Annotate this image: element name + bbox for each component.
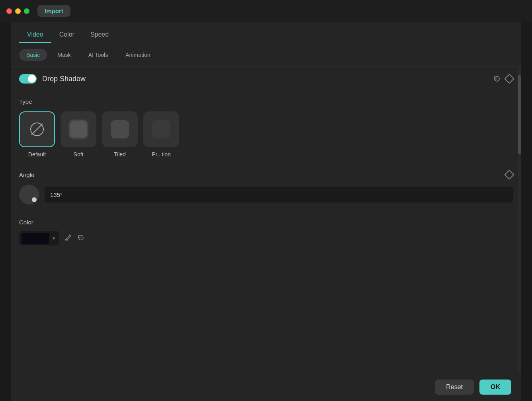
angle-knob-dot — [32, 197, 37, 202]
color-section: Color ▾ — [19, 211, 513, 253]
type-option-projection-label: Pr...tion — [152, 151, 170, 158]
angle-keyframe-icon[interactable] — [506, 171, 513, 178]
titlebar: Import — [0, 0, 532, 22]
color-row: ▾ — [19, 231, 513, 245]
type-option-projection[interactable]: Pr...tion — [143, 111, 179, 158]
chevron-down-icon: ▾ — [53, 236, 55, 241]
angle-row: 135° — [19, 185, 513, 204]
type-option-tiled[interactable]: Tiled — [102, 111, 138, 158]
color-swatch-container[interactable]: ▾ — [19, 231, 59, 245]
drop-shadow-keyframe-icon[interactable] — [506, 75, 513, 82]
drop-shadow-header-icons — [493, 75, 513, 83]
toggle-knob — [28, 75, 36, 83]
svg-line-1 — [31, 124, 43, 135]
angle-value: 135° — [50, 191, 63, 198]
type-option-soft[interactable]: Soft — [61, 111, 96, 158]
bottom-bar: Reset OK — [11, 373, 521, 401]
type-section: Type Default — [19, 90, 513, 162]
tiled-square — [111, 120, 129, 138]
type-option-default-label: Default — [28, 151, 46, 158]
sub-tabs: Basic Mask AI Tools Animation — [11, 43, 521, 67]
angle-diamond-icon — [504, 169, 514, 179]
import-button[interactable]: Import — [37, 5, 70, 17]
scrollbar-thumb[interactable] — [518, 75, 521, 154]
soft-square — [69, 120, 88, 138]
proj-square — [152, 120, 170, 138]
color-label: Color — [19, 219, 513, 226]
tab-color[interactable]: Color — [51, 27, 82, 43]
type-label: Type — [19, 98, 513, 105]
type-icon-tiled — [102, 111, 138, 147]
color-reset-icon[interactable] — [77, 234, 84, 243]
ok-button[interactable]: OK — [479, 380, 511, 395]
tab-video[interactable]: Video — [19, 27, 51, 43]
subtab-ai-tools[interactable]: AI Tools — [81, 49, 115, 61]
type-icon-projection — [143, 111, 179, 147]
drop-shadow-title: Drop Shadow — [42, 75, 86, 83]
tab-speed[interactable]: Speed — [82, 27, 117, 43]
maximize-button[interactable] — [24, 8, 29, 14]
subtab-animation[interactable]: Animation — [118, 49, 157, 61]
angle-header: Angle — [19, 171, 513, 178]
angle-slider-container[interactable]: 135° — [45, 187, 513, 202]
traffic-lights — [6, 8, 29, 14]
main-panel: Video Color Speed Basic Mask AI Tools An… — [11, 22, 521, 401]
drop-shadow-header-left: Drop Shadow — [19, 74, 86, 84]
drop-shadow-section: Drop Shadow — [19, 67, 513, 90]
type-option-default[interactable]: Default — [19, 111, 55, 158]
drop-shadow-toggle[interactable] — [19, 74, 37, 84]
angle-label: Angle — [19, 171, 34, 178]
type-icon-soft — [61, 111, 96, 147]
top-tabs: Video Color Speed — [11, 22, 521, 43]
type-option-soft-label: Soft — [74, 151, 84, 158]
scrollbar[interactable] — [518, 67, 521, 373]
content-area: Drop Shadow Type — [11, 67, 521, 373]
minimize-button[interactable] — [15, 8, 21, 14]
eyedropper-icon[interactable] — [65, 234, 72, 243]
angle-section: Angle 135° — [19, 162, 513, 211]
color-swatch — [22, 233, 49, 244]
diamond-icon — [504, 74, 514, 84]
subtab-mask[interactable]: Mask — [50, 49, 78, 61]
drop-shadow-reset-icon[interactable] — [493, 75, 501, 83]
type-icon-default — [19, 111, 55, 147]
type-option-tiled-label: Tiled — [114, 151, 126, 158]
type-options: Default Soft Tiled — [19, 111, 513, 158]
reset-button[interactable]: Reset — [435, 380, 474, 395]
angle-knob[interactable] — [19, 185, 39, 204]
close-button[interactable] — [6, 8, 12, 14]
subtab-basic[interactable]: Basic — [19, 49, 47, 61]
